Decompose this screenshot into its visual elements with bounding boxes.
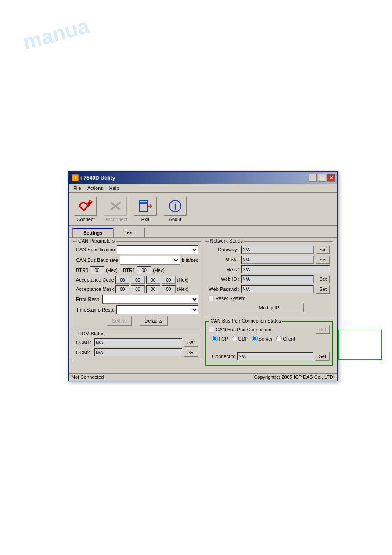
gateway-set-button[interactable]: Set: [316, 245, 330, 254]
gateway-input[interactable]: [241, 246, 314, 254]
exit-icon: [134, 196, 157, 216]
can-parameters-group: CAN Parameters CAN Specification CAN Bus…: [73, 241, 201, 330]
app-icon: i: [72, 174, 79, 181]
com2-row: COM2: Set: [76, 348, 198, 357]
mask-set-button[interactable]: Set: [316, 255, 330, 264]
server-label: Server: [259, 336, 273, 341]
webid-set-button[interactable]: Set: [316, 275, 330, 283]
menu-bar: File Actions Help: [69, 184, 337, 193]
exit-label: Exit: [141, 217, 149, 222]
can-bus-pair-checkbox[interactable]: [209, 327, 214, 333]
title-bar: i i-7540D Utility _ □ ✕: [69, 172, 337, 184]
title-bar-left: i i-7540D Utility: [72, 174, 115, 181]
setting-button[interactable]: Setting: [107, 316, 132, 326]
acc-mask-2[interactable]: [146, 285, 160, 293]
can-bus-pair-label: CAN Bus Pair Connection: [216, 327, 272, 332]
timestamp-row: TimeStamp Resp.: [76, 305, 198, 314]
about-button[interactable]: About: [162, 196, 188, 223]
acc-code-0[interactable]: [115, 276, 129, 284]
tab-test[interactable]: Test: [113, 228, 145, 237]
svg-rect-3: [140, 202, 147, 204]
title-buttons: _ □ ✕: [309, 174, 335, 182]
com2-set-button[interactable]: Set: [184, 348, 198, 357]
spacer: [209, 343, 330, 352]
annotation-rect: [338, 330, 382, 360]
menu-file[interactable]: File: [71, 185, 84, 192]
can-baud-select[interactable]: [120, 256, 180, 265]
reset-label: Reset System: [216, 296, 245, 301]
client-radio[interactable]: [276, 336, 282, 341]
maximize-button[interactable]: □: [318, 174, 326, 182]
mac-row: MAC :: [208, 265, 331, 273]
close-button[interactable]: ✕: [327, 174, 335, 182]
reset-row: Reset System: [208, 295, 331, 301]
mac-input[interactable]: [241, 265, 331, 273]
exit-button[interactable]: Exit: [132, 196, 158, 223]
btr1-input[interactable]: [137, 266, 151, 274]
webpasswd-row: Web Passwd : Set: [208, 285, 331, 294]
acc-code-row: Acceptance Code (Hex): [76, 276, 198, 284]
menu-actions[interactable]: Actions: [85, 185, 106, 192]
can-bus-pair-title: CAN Bus Pair Connection Status: [209, 318, 283, 323]
udp-label: UDP: [238, 336, 248, 341]
acc-mask-0[interactable]: [115, 285, 129, 293]
can-bus-pair-connection-row: CAN Bus Pair Connection Set: [209, 325, 330, 334]
error-resp-select[interactable]: [102, 295, 198, 304]
disconnect-icon: [104, 196, 127, 216]
com2-input[interactable]: [94, 348, 182, 356]
acc-code-1[interactable]: [131, 276, 145, 284]
com1-input[interactable]: [94, 338, 182, 346]
acc-code-label: Acceptance Code: [76, 277, 114, 283]
modify-ip-button[interactable]: Modify IP: [234, 303, 304, 312]
webpasswd-input[interactable]: [241, 285, 314, 293]
modify-ip-row: Modify IP: [208, 303, 331, 312]
acc-code-2[interactable]: [146, 276, 160, 284]
can-spec-row: CAN Specification: [76, 245, 198, 254]
can-parameters-title: CAN Parameters: [77, 238, 116, 243]
network-status-group: Network Status Gateway : Set Mask : Set …: [205, 241, 334, 317]
minimize-button[interactable]: _: [309, 174, 317, 182]
com1-set-button[interactable]: Set: [184, 338, 198, 347]
protocol-row: TCP UDP Server Client: [209, 336, 330, 341]
acc-mask-1[interactable]: [131, 285, 145, 293]
com-status-title: COM Status: [77, 331, 106, 336]
disconnect-button[interactable]: Disconnect: [102, 196, 129, 223]
connect-to-row: Connect to Set: [209, 352, 330, 361]
timestamp-select[interactable]: [116, 305, 198, 314]
connect-to-input[interactable]: [237, 352, 314, 360]
btr0-label: BTR0: [76, 268, 88, 273]
mac-label: MAC :: [208, 267, 240, 272]
defaults-button[interactable]: Defaults: [139, 316, 167, 326]
about-icon: [164, 196, 187, 216]
tcp-option: TCP: [212, 336, 228, 341]
can-spec-label: CAN Specification: [76, 247, 115, 252]
server-radio[interactable]: [252, 336, 258, 341]
can-bus-pair-set-button[interactable]: Set: [315, 325, 330, 334]
acc-code-3[interactable]: [162, 276, 176, 284]
acc-mask-3[interactable]: [162, 285, 176, 293]
udp-option: UDP: [232, 336, 248, 341]
window-title: i-7540D Utility: [80, 175, 115, 181]
tab-settings[interactable]: Settings: [72, 228, 113, 237]
btr0-input[interactable]: [90, 266, 104, 274]
network-status-title: Network Status: [209, 238, 245, 243]
btr-section: BTR0 (Hex) BTR1 (Hex): [76, 266, 198, 274]
webpasswd-set-button[interactable]: Set: [316, 285, 330, 294]
reset-checkbox[interactable]: [208, 295, 214, 301]
status-bar: Not Connected Copyright(c) 2005 ICP DAS …: [69, 373, 337, 381]
right-panel: Network Status Gateway : Set Mask : Set …: [205, 241, 334, 369]
acc-mask-label: Acceptance Mask: [76, 287, 114, 292]
connect-to-label: Connect to: [209, 354, 236, 359]
can-baud-row: CAN Bus Baud rate bits/sec: [76, 256, 198, 265]
menu-help[interactable]: Help: [107, 185, 122, 192]
webid-input[interactable]: [241, 275, 314, 283]
connect-button[interactable]: Connect: [72, 196, 99, 223]
mask-input[interactable]: [241, 256, 314, 264]
tcp-radio[interactable]: [212, 336, 218, 341]
acc-code-hex: (Hex): [177, 277, 189, 283]
left-panel: CAN Parameters CAN Specification CAN Bus…: [73, 241, 201, 369]
can-spec-select[interactable]: [117, 245, 198, 254]
main-window: i i-7540D Utility _ □ ✕ File Actions Hel…: [68, 171, 338, 381]
connect-to-set-button[interactable]: Set: [315, 352, 330, 361]
udp-radio[interactable]: [232, 336, 237, 341]
